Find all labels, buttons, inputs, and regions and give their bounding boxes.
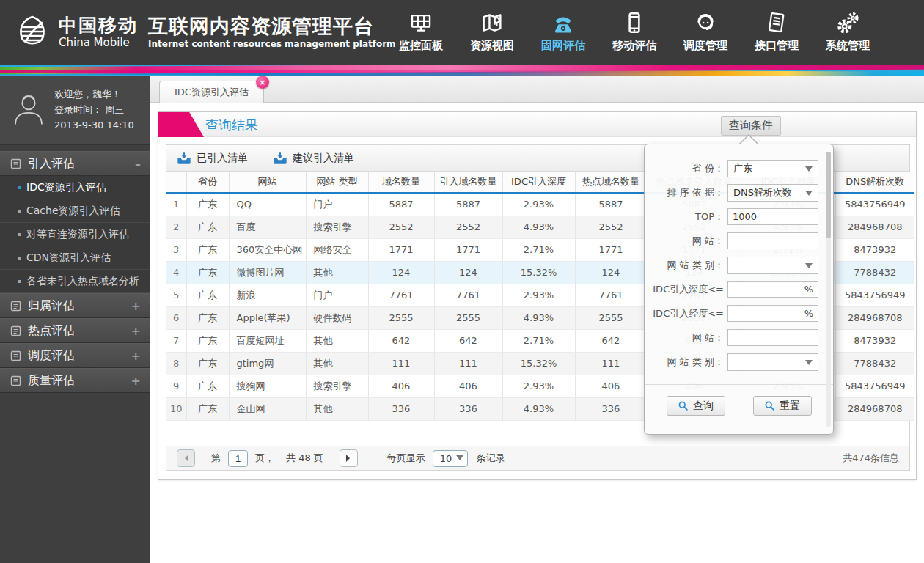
nav-item-headset[interactable]: 调度管理 (679, 9, 732, 53)
table-cell: 2552 (575, 216, 647, 238)
page-input[interactable] (228, 450, 248, 467)
bullet-icon (18, 210, 21, 213)
column-header[interactable]: 引入域名数量 (434, 172, 502, 193)
chevron-down-icon (805, 166, 813, 175)
tray-download-icon (177, 151, 191, 166)
table-cell: 搜狗网 (229, 375, 306, 397)
column-header[interactable]: IDC引入深度 (502, 172, 575, 193)
nav-item-phone[interactable]: 固网评估 (537, 9, 590, 53)
sidebar-section[interactable]: 质量评估 + (0, 368, 150, 393)
nav-label: 调度管理 (683, 39, 727, 53)
search-icon (764, 400, 775, 411)
table-cell: 406 (368, 375, 434, 397)
popup-select[interactable]: DNS解析次数 (727, 184, 818, 202)
table-cell: 门户 (306, 193, 368, 216)
tab-idc-import-evaluation[interactable]: IDC资源引入评估 (159, 81, 264, 103)
sidebar-item-label: IDC资源引入评估 (26, 181, 106, 194)
sidebar-item[interactable]: Cache资源引入评估 (0, 199, 150, 223)
reset-button-label: 重置 (780, 400, 800, 413)
column-header[interactable]: 域名数量 (368, 172, 434, 193)
table-cell: 5887 (575, 193, 647, 216)
popup-input[interactable] (727, 208, 818, 225)
column-header[interactable]: 网站 类型 (306, 172, 368, 193)
field-label: 网 站 类 别： (648, 259, 724, 272)
search-icon (678, 400, 689, 411)
suggested-list-label: 建议引入清单 (293, 152, 354, 165)
page-suffix-label: 页， (255, 452, 274, 465)
nav-item-mobile[interactable]: 移动评估 (608, 9, 661, 53)
table-cell: 2.93% (502, 375, 575, 397)
suggested-list-button[interactable]: 建议引入清单 (273, 151, 354, 166)
field-control (727, 353, 818, 371)
table-cell: 2555 (368, 306, 434, 329)
sidebar-item[interactable]: 各省未引入热点域名分析 (0, 270, 150, 293)
expand-toggle-icon[interactable]: + (131, 374, 141, 388)
folder-doc-icon (10, 350, 21, 361)
bullet-icon (18, 257, 21, 260)
table-cell: 642 (368, 329, 434, 352)
reset-button[interactable]: 重置 (753, 396, 812, 416)
section-label: 调度评估 (28, 348, 131, 364)
popup-select[interactable]: 广东 (727, 160, 818, 177)
sidebar-section[interactable]: 调度评估 + (0, 343, 150, 368)
table-cell: 百度短网址 (229, 329, 306, 352)
popup-select[interactable] (727, 257, 818, 274)
popup-field-row: 网 站： (645, 325, 833, 350)
expand-toggle-icon[interactable]: + (131, 324, 141, 338)
table-cell: 搜索引擎 (306, 216, 368, 238)
imported-list-button[interactable]: 已引入清单 (177, 151, 248, 166)
table-cell: 406 (575, 375, 647, 397)
scrollbar-thumb[interactable] (826, 152, 831, 238)
user-info: 欢迎您，魏华！ 登录时间： 周三 2013-9-30 14:10 (0, 76, 150, 145)
query-condition-button[interactable]: 查询条件 (721, 116, 781, 136)
table-cell: 2.71% (502, 238, 575, 261)
nav-item-document[interactable]: 接口管理 (750, 9, 803, 53)
table-cell: 6 (166, 306, 186, 329)
popup-field-row: IDC引入深度<= % (645, 277, 833, 301)
column-header[interactable]: DNS解析次数 (835, 172, 914, 193)
column-header[interactable]: 省份 (186, 172, 229, 193)
table-cell: 其他 (306, 352, 368, 375)
sidebar-menu: 引入评估 – IDC资源引入评估 Cache资源引入评估 对等直连资源引入评估 … (0, 151, 150, 393)
popup-field-row: 网 站 类 别： (645, 253, 833, 277)
popup-select[interactable] (727, 353, 818, 371)
popup-input[interactable] (727, 232, 818, 249)
table-cell: 284968708 (835, 216, 914, 238)
column-header[interactable]: 热点域名数量 (575, 172, 647, 193)
sidebar-item[interactable]: 对等直连资源引入评估 (0, 223, 150, 246)
page-prefix-label: 第 (211, 452, 221, 465)
expand-toggle-icon[interactable]: + (131, 349, 141, 363)
nav-item-monitor[interactable]: 监控面板 (395, 9, 447, 53)
table-cell: 5843756949 (835, 375, 914, 397)
sidebar-section[interactable]: 热点评估 + (0, 318, 150, 343)
popup-scrollbar[interactable] (826, 152, 831, 427)
prev-page-button[interactable] (177, 449, 195, 467)
table-cell: 2555 (434, 306, 502, 329)
nav-item-gears[interactable]: 系统管理 (821, 9, 874, 53)
expand-toggle-icon[interactable]: + (131, 299, 141, 313)
popup-footer: 查询 重置 (645, 384, 833, 416)
table-cell: 金山网 (229, 397, 306, 420)
table-cell: 2.71% (502, 329, 575, 352)
sidebar-section[interactable]: 归属评估 + (0, 293, 150, 318)
sidebar-item[interactable]: CDN资源引入评估 (0, 246, 150, 270)
column-header[interactable]: 网站 (229, 172, 306, 193)
close-icon[interactable] (256, 76, 269, 89)
per-page-select[interactable]: 10 (433, 450, 468, 467)
next-page-button[interactable] (340, 449, 358, 467)
expand-toggle-icon[interactable]: – (135, 157, 141, 171)
table-cell: 8473932 (835, 329, 914, 352)
nav-item-map[interactable]: 资源视图 (466, 9, 518, 53)
sidebar-item[interactable]: IDC资源引入评估 (0, 176, 150, 199)
login-time-line1: 登录时间： 周三 (54, 102, 134, 117)
section-label: 质量评估 (28, 373, 131, 389)
china-mobile-logo-icon (12, 12, 53, 53)
column-header[interactable] (166, 172, 186, 193)
table-cell: 广东 (186, 238, 229, 261)
sidebar-section[interactable]: 引入评估 – (0, 151, 150, 176)
table-cell: 新浪 (229, 284, 306, 306)
popup-input[interactable] (727, 329, 818, 346)
login-time-line2: 2013-9-30 14:10 (54, 117, 134, 133)
field-control (727, 232, 818, 249)
search-button[interactable]: 查询 (667, 396, 725, 416)
